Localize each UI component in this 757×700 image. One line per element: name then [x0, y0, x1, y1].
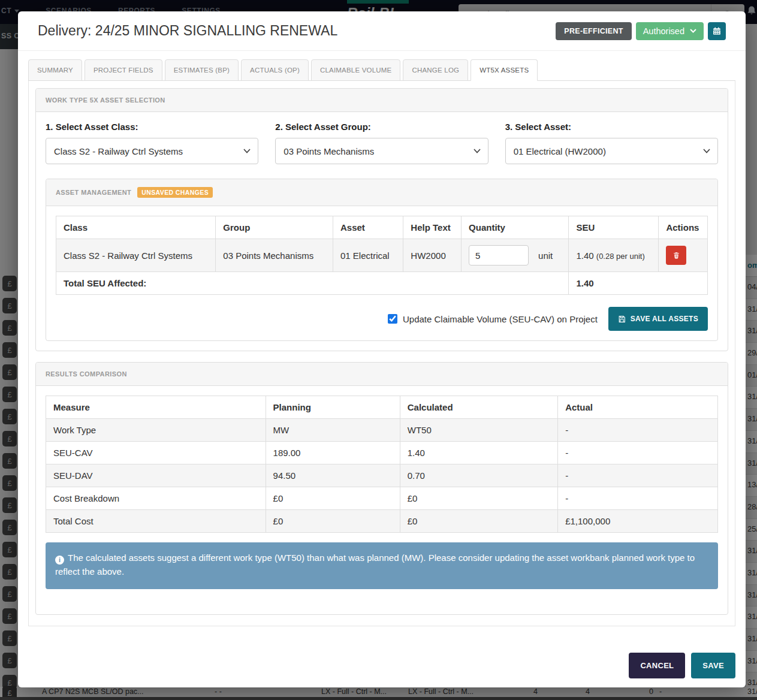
delivery-modal: Delivery: 24/25 MINOR SIGNALLING RENEWAL… [18, 11, 746, 687]
actual-cell: - [558, 487, 718, 510]
asset-class-label: 1. Select Asset Class: [46, 122, 258, 132]
unsaved-changes-badge: UNSAVED CHANGES [137, 187, 213, 198]
asset-class-cell: Class S2 - Railway Ctrl Systems [56, 239, 216, 272]
column-header: Calculated [400, 396, 557, 419]
tab-claimable-volume[interactable]: CLAIMABLE VOLUME [311, 59, 401, 81]
unit-label: unit [538, 251, 553, 261]
tab-change-log[interactable]: CHANGE LOG [403, 59, 468, 81]
column-header: Group [216, 216, 333, 239]
total-seu-row: Total SEU Affected: 1.40 [56, 272, 708, 295]
seu-per-unit: (0.28 per unit) [596, 252, 645, 261]
column-header: Quantity [462, 216, 569, 239]
planning-cell: 94.50 [266, 464, 400, 487]
help-text-cell: HW2000 [403, 239, 462, 272]
modal-title: Delivery: 24/25 MINOR SIGNALLING RENEWAL [38, 23, 337, 39]
save-button[interactable]: SAVE [691, 653, 735, 678]
asset-group-select[interactable]: 03 Points Mechanisms [275, 138, 488, 164]
tab-project-fields[interactable]: PROJECT FIELDS [85, 59, 162, 81]
asset-select[interactable]: 01 Electrical (HW2000) [505, 138, 718, 164]
asset-group-label: 2. Select Asset Group: [275, 122, 488, 132]
column-header: Actions [659, 216, 708, 239]
planning-cell: MW [266, 419, 400, 442]
seu-value: 1.40 [576, 251, 593, 261]
update-cav-checkbox-label[interactable]: Update Claimable Volume (SEU-CAV) on Pro… [388, 314, 598, 324]
calculated-cell: 0.70 [400, 464, 557, 487]
results-comparison-table: MeasurePlanningCalculatedActual Work Typ… [46, 396, 718, 533]
results-row: Cost Breakdown £0 £0 - [46, 487, 718, 510]
results-row: SEU-DAV 94.50 0.70 - [46, 464, 718, 487]
asset-management-table: ClassGroupAssetHelp TextQuantitySEUActio… [56, 216, 708, 295]
info-icon: i [55, 556, 64, 565]
column-header: Class [56, 216, 216, 239]
work-type-alert: iThe calculated assets suggest a differe… [46, 542, 718, 589]
trash-icon [672, 251, 680, 260]
calculated-cell: WT50 [400, 419, 557, 442]
asset-selection-panel: WORK TYPE 5X ASSET SELECTION 1. Select A… [35, 88, 728, 351]
actual-cell: - [558, 464, 718, 487]
modal-tabs: SUMMARY PROJECT FIELDS ESTIMATES (BP) AC… [28, 59, 735, 81]
floppy-icon [618, 315, 626, 323]
measure-cell: Total Cost [46, 510, 266, 533]
status-label: Authorised [643, 26, 684, 36]
tab-wt5x-assets[interactable]: WT5X ASSETS [471, 59, 538, 81]
modal-footer: CANCEL SAVE [629, 653, 735, 678]
cancel-button[interactable]: CANCEL [629, 653, 685, 678]
modal-header: Delivery: 24/25 MINOR SIGNALLING RENEWAL… [18, 11, 746, 51]
asset-row: Class S2 - Railway Ctrl Systems 03 Point… [56, 239, 708, 272]
column-header: Help Text [403, 216, 462, 239]
calculated-cell: £0 [400, 487, 557, 510]
calculated-cell: £0 [400, 510, 557, 533]
calculated-cell: 1.40 [400, 442, 557, 464]
quantity-input[interactable] [469, 245, 529, 265]
tab-summary[interactable]: SUMMARY [28, 59, 82, 81]
measure-cell: Cost Breakdown [46, 487, 266, 510]
column-header: Planning [266, 396, 400, 419]
tab-actuals-op[interactable]: ACTUALS (OP) [241, 59, 309, 81]
total-seu-label: Total SEU Affected: [56, 272, 569, 295]
asset-group-cell: 03 Points Mechanisms [216, 239, 333, 272]
calendar-icon [713, 27, 721, 35]
asset-selection-panel-title: WORK TYPE 5X ASSET SELECTION [36, 89, 728, 112]
planning-cell: £0 [266, 487, 400, 510]
actual-cell: - [558, 419, 718, 442]
column-header: Actual [558, 396, 718, 419]
tab-estimates-bp[interactable]: ESTIMATES (BP) [165, 59, 239, 81]
status-dropdown[interactable]: Authorised [636, 22, 704, 40]
results-comparison-title: RESULTS COMPARISON [36, 363, 728, 386]
total-seu-value: 1.40 [569, 272, 708, 295]
results-row: SEU-CAV 189.00 1.40 - [46, 442, 718, 464]
pre-efficient-button[interactable]: PRE-EFFICIENT [556, 22, 631, 40]
asset-class-select[interactable]: Class S2 - Railway Ctrl Systems [46, 138, 258, 164]
actual-cell: - [558, 442, 718, 464]
measure-cell: SEU-CAV [46, 442, 266, 464]
planning-cell: £0 [266, 510, 400, 533]
save-all-assets-button[interactable]: SAVE ALL ASSETS [608, 307, 708, 331]
delete-asset-button[interactable] [666, 246, 686, 265]
calendar-button[interactable] [708, 22, 726, 40]
chevron-down-icon [690, 29, 696, 33]
asset-management-title: ASSET MANAGEMENT [56, 189, 131, 196]
asset-label: 3. Select Asset: [505, 122, 718, 132]
update-cav-checkbox[interactable] [388, 314, 397, 324]
alert-text: The calculated assets suggest a differen… [55, 553, 695, 577]
planning-cell: 189.00 [266, 442, 400, 464]
wt5x-assets-pane: WORK TYPE 5X ASSET SELECTION 1. Select A… [28, 81, 735, 626]
results-row: Total Cost £0 £0 £1,100,000 [46, 510, 718, 533]
asset-cell: 01 Electrical [333, 239, 403, 272]
column-header: SEU [569, 216, 659, 239]
column-header: Asset [333, 216, 403, 239]
measure-cell: SEU-DAV [46, 464, 266, 487]
results-comparison-panel: RESULTS COMPARISON MeasurePlanningCalcul… [35, 362, 728, 615]
asset-management-card: ASSET MANAGEMENT UNSAVED CHANGES ClassGr… [46, 179, 718, 341]
actual-cell: £1,100,000 [558, 510, 718, 533]
measure-cell: Work Type [46, 419, 266, 442]
results-row: Work Type MW WT50 - [46, 419, 718, 442]
column-header: Measure [46, 396, 266, 419]
